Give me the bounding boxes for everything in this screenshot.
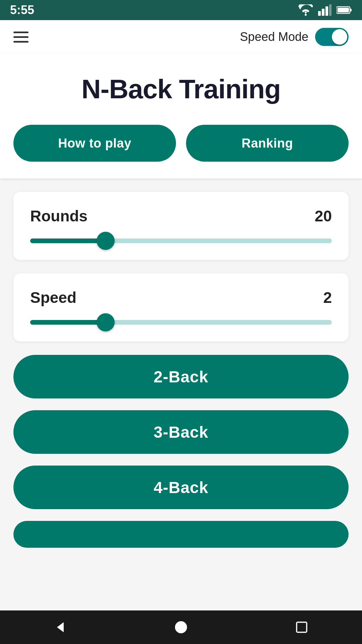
rounds-slider-track[interactable] [30,238,332,243]
home-button[interactable] [174,621,188,634]
speed-slider-thumb[interactable] [97,313,115,331]
status-time: 5:55 [10,3,34,17]
back-button[interactable] [54,621,67,634]
rounds-slider-fill [30,238,106,243]
five-back-button-partial[interactable] [13,521,349,548]
main-content: Rounds 20 Speed 2 2-Back 3-Back 4-Back [0,178,362,548]
svg-rect-3 [329,4,331,16]
speed-mode-container: Speed Mode [240,28,349,46]
hamburger-line-1 [13,32,28,33]
status-bar: 5:55 [0,0,362,20]
hamburger-line-3 [13,41,28,43]
speed-slider-track[interactable] [30,320,332,325]
svg-rect-1 [322,9,324,16]
nav-bar: Speed Mode [0,20,362,54]
svg-rect-9 [297,622,307,632]
speed-slider-header: Speed 2 [30,288,332,307]
speed-value: 2 [323,288,332,307]
speed-mode-label: Speed Mode [240,30,308,44]
speed-slider-fill [30,320,106,325]
signal-icon [318,4,331,16]
four-back-button[interactable]: 4-Back [13,466,349,509]
three-back-button[interactable]: 3-Back [13,410,349,454]
svg-rect-6 [338,8,349,12]
ranking-button[interactable]: Ranking [186,125,349,162]
how-to-play-button[interactable]: How to play [13,125,176,162]
rounds-value: 20 [315,207,332,225]
hero-buttons: How to play Ranking [13,125,349,162]
svg-rect-0 [318,11,321,16]
hero-section: N-Back Training How to play Ranking [0,54,362,178]
app-title: N-Back Training [13,74,349,105]
svg-marker-7 [57,622,64,632]
hamburger-line-2 [13,36,28,38]
game-buttons-container: 2-Back 3-Back 4-Back [13,355,349,548]
svg-point-8 [175,621,187,633]
rounds-slider-header: Rounds 20 [30,207,332,225]
battery-icon [337,5,352,15]
speed-label: Speed [30,288,76,307]
status-icons [298,4,352,16]
recent-apps-icon [295,621,308,634]
hamburger-menu-button[interactable] [13,32,28,43]
speed-slider-card: Speed 2 [13,273,349,341]
bottom-navigation [0,610,362,644]
home-icon [174,621,188,634]
wifi-icon [298,4,313,16]
speed-mode-toggle[interactable] [315,28,349,46]
rounds-slider-card: Rounds 20 [13,192,349,260]
rounds-slider-thumb[interactable] [97,232,115,250]
rounds-label: Rounds [30,207,87,225]
svg-rect-5 [350,9,352,11]
recent-apps-button[interactable] [295,621,308,634]
back-icon [54,621,67,634]
svg-rect-2 [325,6,328,16]
two-back-button[interactable]: 2-Back [13,355,349,398]
